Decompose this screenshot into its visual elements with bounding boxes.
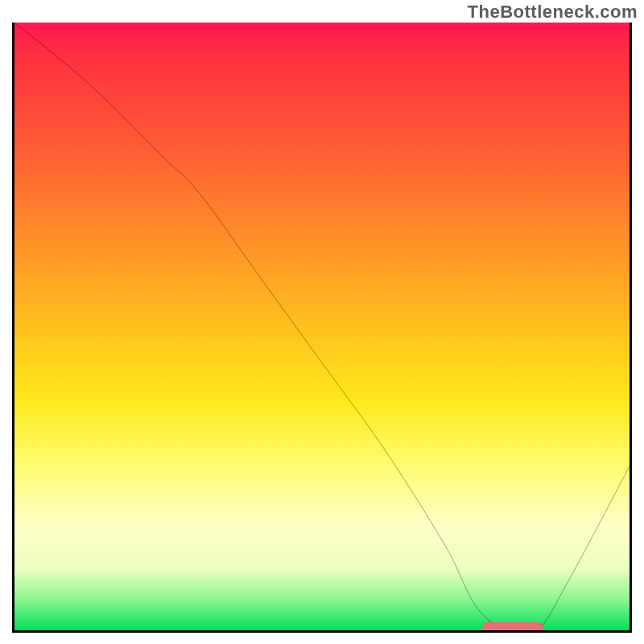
bottleneck-curve [14,23,630,630]
attribution-watermark: TheBottleneck.com [468,2,638,23]
chart-container: TheBottleneck.com [0,0,644,644]
plot-area [12,23,632,633]
optimal-range-marker [482,622,543,633]
